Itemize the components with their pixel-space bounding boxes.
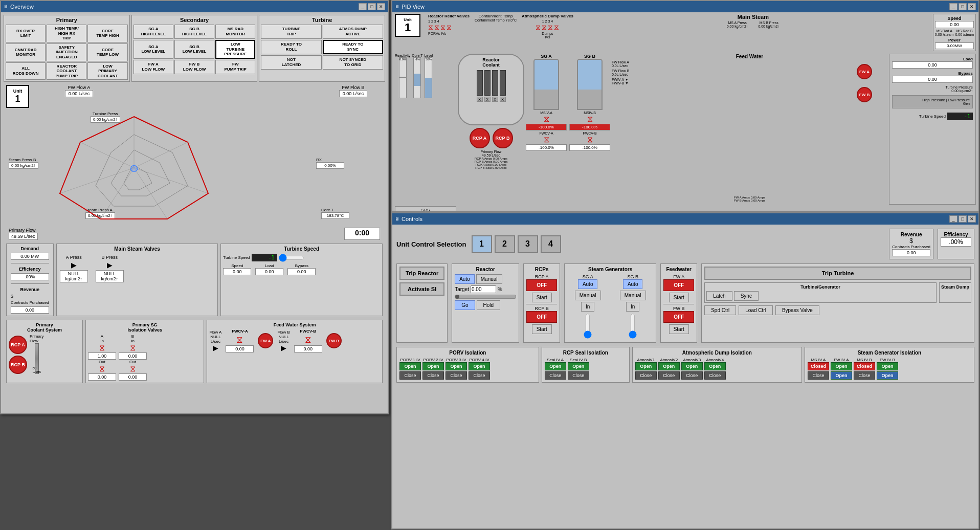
atmos-4-close[interactable]: Close bbox=[704, 371, 726, 380]
pid-minimize[interactable]: _ bbox=[949, 3, 957, 10]
target-input[interactable] bbox=[471, 285, 496, 293]
alarm-atmos-dump[interactable]: ATMOS DUMPACTIVE bbox=[323, 25, 383, 39]
alarm-not-latched[interactable]: NOTLATCHED bbox=[261, 55, 321, 70]
turb-speed-pid-label: Turbine Speed bbox=[919, 114, 946, 119]
atmos-2-close[interactable]: Close bbox=[658, 371, 680, 380]
fw-b-start-btn[interactable]: Start bbox=[669, 324, 689, 334]
latch-btn[interactable]: Latch bbox=[706, 291, 732, 301]
alarm-safety-inj[interactable]: SAFETYINJECTIONENGAGED bbox=[47, 43, 86, 61]
sg-a-manual[interactable]: Manual bbox=[575, 291, 601, 300]
atmos-1-open[interactable]: Open bbox=[635, 362, 657, 370]
fw-iv-a-status[interactable]: Open bbox=[831, 362, 852, 370]
fw-iv-b-close[interactable]: Open bbox=[877, 371, 898, 380]
adv3: ⧖ bbox=[548, 23, 553, 32]
controls-minimize[interactable]: _ bbox=[949, 215, 957, 223]
alarm-not-synced[interactable]: NOT SYNCEDTO GRID bbox=[323, 55, 383, 70]
porv-3-close[interactable]: Close bbox=[446, 371, 467, 380]
ms-iv-a-close[interactable]: Close bbox=[808, 371, 829, 380]
sg-a-slider[interactable] bbox=[567, 313, 608, 339]
sg-b-auto[interactable]: Auto bbox=[623, 279, 643, 289]
sync-btn[interactable]: Sync bbox=[734, 291, 759, 301]
atmos-3-open[interactable]: Open bbox=[681, 362, 703, 370]
rcp-b-start-btn[interactable]: Start bbox=[532, 324, 552, 334]
alarm-low-primary[interactable]: LOWPRIMARYCOOLANT bbox=[87, 62, 127, 80]
turbine-speed-slider[interactable] bbox=[279, 255, 304, 261]
trip-reactor-btn[interactable]: Trip Reactor bbox=[399, 267, 444, 280]
alarm-turb-trip[interactable]: TURBINETRIP bbox=[261, 25, 321, 39]
alarm-fwa-low[interactable]: FW ALOW FLOW bbox=[133, 60, 173, 74]
alarm-low-turb[interactable]: LOWTURBINEPRESSURE bbox=[215, 40, 255, 59]
rcp-a-start-btn[interactable]: Start bbox=[532, 293, 552, 302]
rv1: ⧖ bbox=[428, 23, 433, 32]
alarm-sgb-high[interactable]: SG BHIGH LEVEL bbox=[174, 25, 214, 39]
alarm-fw-pump[interactable]: FWPUMP TRIP bbox=[215, 60, 255, 74]
fw-a-off-btn[interactable]: OFF bbox=[663, 279, 694, 291]
alarm-sga-high[interactable]: SG AHIGH LEVEL bbox=[133, 25, 173, 39]
ms-iv-b-close[interactable]: Close bbox=[854, 371, 875, 380]
seal-b-open[interactable]: Open bbox=[568, 362, 589, 370]
controls-close[interactable]: ✕ bbox=[968, 215, 976, 223]
reactor-auto-btn[interactable]: Auto bbox=[455, 274, 475, 284]
alarm-rcp-trip[interactable]: REACTORCOOLANTPUMP TRIP bbox=[47, 62, 86, 80]
porv-3-label: PORV 3 IV bbox=[446, 358, 467, 362]
sg-a-auto[interactable]: Auto bbox=[578, 279, 598, 289]
seal-a-open[interactable]: Open bbox=[545, 362, 566, 370]
unit-btn-1[interactable]: 1 bbox=[472, 235, 492, 253]
porv-4-open[interactable]: Open bbox=[469, 362, 490, 370]
atmos-3-close[interactable]: Close bbox=[681, 371, 703, 380]
alarm-sgb-low[interactable]: SG BLOW LEVEL bbox=[174, 40, 214, 59]
fw-iv-a-close[interactable]: Open bbox=[831, 371, 852, 380]
overview-minimize[interactable]: _ bbox=[359, 3, 367, 10]
sg-b-slider[interactable] bbox=[612, 313, 653, 339]
unit-btn-3[interactable]: 3 bbox=[518, 235, 538, 253]
fw-a-start-btn[interactable]: Start bbox=[669, 293, 689, 302]
sg-b-in[interactable]: In bbox=[626, 302, 639, 312]
alarm-core-temp-high[interactable]: CORETEMP HIGH bbox=[87, 25, 127, 42]
go-btn[interactable]: Go bbox=[455, 300, 475, 310]
unit-btn-4[interactable]: 4 bbox=[541, 235, 561, 253]
alarm-fwb-low[interactable]: FW BLOW FLOW bbox=[174, 60, 214, 74]
atmos-4-open[interactable]: Open bbox=[704, 362, 726, 370]
spd-ctrl-btn[interactable]: Spd Ctrl bbox=[704, 305, 736, 315]
alarm-sga-low[interactable]: SG ALOW LEVEL bbox=[133, 40, 173, 59]
porv-2-close[interactable]: Close bbox=[422, 371, 444, 380]
ms-iv-a-status[interactable]: Closed bbox=[808, 362, 829, 370]
pid-close[interactable]: ✕ bbox=[968, 3, 976, 10]
seal-a-close[interactable]: Close bbox=[545, 371, 566, 380]
porv-4-close[interactable]: Close bbox=[469, 371, 490, 380]
rcp-a-off-btn[interactable]: OFF bbox=[526, 279, 557, 291]
alarm-rx-over[interactable]: RX OVERLIMIT bbox=[6, 25, 46, 42]
trip-turbine-btn[interactable]: Trip Turbine bbox=[704, 267, 971, 280]
pid-maximize[interactable]: □ bbox=[959, 3, 967, 10]
porv-2-open[interactable]: Open bbox=[422, 362, 444, 370]
rcp-b-off-btn[interactable]: OFF bbox=[526, 311, 557, 323]
hold-btn[interactable]: Hold bbox=[477, 300, 501, 310]
sg-b-manual[interactable]: Manual bbox=[620, 291, 646, 300]
fw-b-off-btn[interactable]: OFF bbox=[663, 311, 694, 323]
alarm-all-rods[interactable]: ALLRODS DOWN bbox=[6, 62, 46, 80]
ms-iv-b-status[interactable]: Closed bbox=[854, 362, 875, 370]
sg-a-in[interactable]: In bbox=[581, 302, 594, 312]
load-ctrl-btn[interactable]: Load Ctrl bbox=[739, 305, 773, 315]
porv-1-open[interactable]: Open bbox=[399, 362, 421, 370]
porv-3-open[interactable]: Open bbox=[446, 362, 467, 370]
alarm-high-temp[interactable]: HIGH TEMP/HIGH RXTRIP bbox=[47, 25, 86, 42]
alarm-core-temp-low[interactable]: CORETEMP LOW bbox=[87, 43, 127, 61]
atmos-1-close[interactable]: Close bbox=[635, 371, 657, 380]
alarm-cnmt-rad[interactable]: CNMT RADMONITOR bbox=[6, 43, 46, 61]
overview-maximize[interactable]: □ bbox=[368, 3, 376, 10]
alarm-ready-sync[interactable]: READY TOSYNC bbox=[323, 40, 383, 54]
alarm-ms-rad[interactable]: MS RADMONITOR bbox=[215, 25, 255, 39]
fw-iv-b-status[interactable]: Open bbox=[877, 362, 898, 370]
fw-flow-b-pid-val: 0.0L L/sec bbox=[612, 73, 887, 76]
unit-btn-2[interactable]: 2 bbox=[495, 235, 515, 253]
porv-1-close[interactable]: Close bbox=[399, 371, 421, 380]
atmos-2-open[interactable]: Open bbox=[658, 362, 680, 370]
overview-close[interactable]: ✕ bbox=[377, 3, 385, 10]
activate-si-btn[interactable]: Activate SI bbox=[399, 282, 444, 296]
seal-b-close[interactable]: Close bbox=[568, 371, 589, 380]
alarm-ready-roll[interactable]: READY TOROLL bbox=[261, 40, 321, 54]
bypass-valve-btn[interactable]: Bypass Valve bbox=[775, 305, 819, 315]
controls-maximize[interactable]: □ bbox=[959, 215, 967, 223]
reactor-manual-btn[interactable]: Manual bbox=[476, 274, 502, 284]
